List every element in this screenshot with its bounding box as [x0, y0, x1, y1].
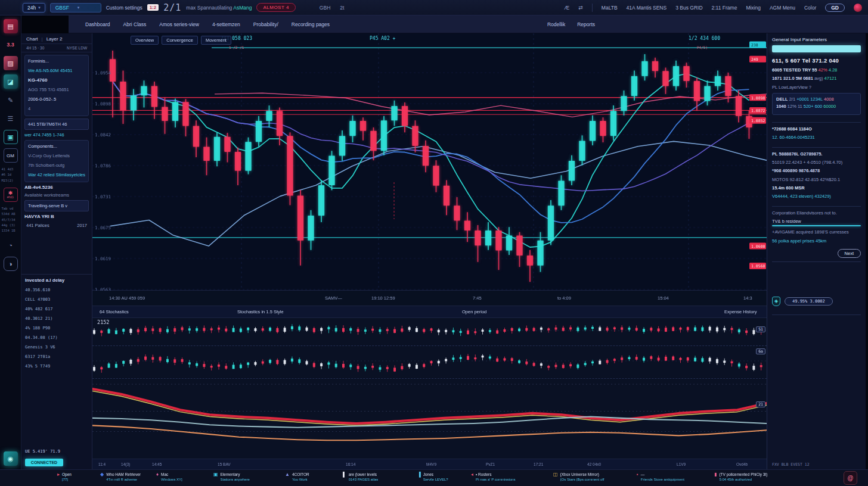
taskbar-item[interactable]: ♦MacWindows XY]	[156, 472, 182, 481]
tab-label[interactable]: TV& b residew	[772, 219, 861, 225]
next-button[interactable]: Next	[838, 249, 861, 258]
toolbar-menu-item-3[interactable]: 2:11 Frame	[712, 5, 737, 11]
left-panel-columns: 4H 15 · 30NYSE LDW	[21, 44, 92, 52]
info-span: 51019 22.4243 + 4-0510 (798.4.70)	[772, 160, 842, 165]
toolbar-menu-item-5[interactable]: AGM Menu	[770, 5, 795, 11]
toolbar-menu-item-4[interactable]: Mixing	[746, 5, 761, 11]
connected-button[interactable]: CONNECTED	[25, 459, 63, 466]
timeframe-selector[interactable]: 24h ▾	[23, 3, 45, 13]
menubar-item-5[interactable]: Recording pages	[292, 21, 330, 27]
right-lower-panel: ◈ 49.95% 3.0002 FXV BLB EVEST 12	[772, 261, 861, 467]
highlighted-input[interactable]	[772, 45, 861, 52]
list-item[interactable]: 4	[28, 106, 85, 111]
order-row[interactable]: DELL 2/1 +0001 1234L 4008	[776, 96, 857, 102]
svg-text:P45 A02 +: P45 A02 +	[370, 36, 396, 41]
taskbar-item-text: Open[77]	[62, 472, 72, 481]
ratio-icon[interactable]: 3.3	[4, 38, 18, 52]
custom-settings-link[interactable]: Custom settings	[106, 5, 142, 11]
symbol-selector[interactable]: GBSF ▾	[50, 3, 101, 13]
tab-chart[interactable]: Chart	[26, 36, 38, 42]
symbol-row-box[interactable]: 441 5TB/7M6TH 46	[24, 119, 89, 130]
taskbar-item[interactable]: ◫(Xbox Universe Mirror)(Os Stars (Bps co…	[553, 472, 604, 481]
menubar-right-item-1[interactable]: Reports	[577, 21, 595, 27]
menubar-item-0[interactable]: Dashboard	[85, 21, 110, 27]
fx-icon[interactable]: Æ	[564, 5, 569, 11]
travel-row-box[interactable]: Travelling-serve B v	[24, 200, 89, 211]
snapshot-icon[interactable]: ▤	[4, 19, 18, 33]
power-icon[interactable]: ◉	[4, 451, 18, 466]
swap-icon[interactable]: ⇄	[578, 5, 583, 11]
oscillator-panel[interactable]: 21	[92, 379, 767, 459]
list-item[interactable]: 7th Scholbert-outg	[28, 163, 85, 168]
main-chart[interactable]: 1.09541.08981.08421.07861.07311.06751.06…	[92, 33, 767, 291]
taskbar-item[interactable]: ▮(TV policemented PhiCly 3t)5:04 45th au…	[714, 472, 767, 481]
legend-chip-2[interactable]: Movement	[201, 36, 231, 45]
cyan-row[interactable]: wer 474.7455 1-746	[24, 132, 89, 138]
list-item[interactable]: Forminis...	[28, 58, 85, 64]
taskbar-item[interactable]: ◆Who HAM Retriever4Tm mill R adverse	[100, 472, 141, 481]
order-rows-box[interactable]: DELL 2/1 +0001 1234L 40081040 12% 11 520…	[772, 93, 861, 115]
axis-label: 11:4	[98, 462, 106, 466]
app-logo[interactable]: @	[844, 471, 857, 485]
right-gutter	[866, 33, 868, 469]
taskbar-item[interactable]: ▲4COITORYou Work	[285, 472, 309, 481]
toolbar-menu-item-2[interactable]: 3 Bus GRID	[675, 5, 702, 11]
ghost-button-2[interactable]: 2t	[340, 5, 344, 11]
tab-layer-2[interactable]: Layer 2	[46, 36, 63, 42]
gallery-icon[interactable]: ▨	[4, 56, 18, 70]
info-icon[interactable]: ◑	[4, 257, 18, 271]
chart-icon[interactable]: ◪	[4, 74, 18, 89]
list-item[interactable]: War 42 relied Stimilasyetcles	[28, 172, 85, 177]
order-span: 60000	[822, 104, 836, 109]
taskbar-item[interactable]: ▪—Friends Stove antiquipment	[637, 472, 684, 481]
list-item[interactable]: Components...	[28, 144, 85, 149]
menubar-item-4[interactable]: Probability/	[253, 21, 278, 27]
gm-badge[interactable]: GM	[4, 148, 18, 163]
taskbar-item[interactable]: ▐JonesServile LEVEL?	[417, 472, 448, 481]
terminal-row: CELL 47003	[25, 297, 88, 302]
taskbar-item-title: are (lower levels	[349, 472, 379, 478]
menubar-right-item-0[interactable]: Rodellik	[547, 21, 565, 27]
draw-icon[interactable]: ✎	[4, 93, 18, 107]
menubar-item-3[interactable]: 4-settemzen	[212, 21, 240, 27]
monitor-icon[interactable]: ▣	[4, 130, 18, 144]
list-item[interactable]: 2006-0-052-.5	[28, 96, 85, 102]
order-span: 12% 11	[786, 104, 804, 109]
verify-button[interactable]: 49.95% 3.0002	[785, 297, 833, 306]
alert-icon[interactable]: ✱#NG	[4, 188, 18, 202]
list-item[interactable]: KG-4760	[28, 77, 85, 83]
chart-time-axis[interactable]: 14:30 AU 459 059SAMV—19:10 12:597:45to 4…	[92, 291, 767, 306]
list-item[interactable]: AGG 755 T/G 45651	[28, 87, 85, 92]
stochastic-strip-2[interactable]: 6a	[92, 346, 767, 379]
alerts-button[interactable]: ALMOST 4	[256, 3, 295, 12]
avatar[interactable]	[854, 4, 862, 12]
legend-chip-1[interactable]: Convergence	[162, 36, 198, 45]
ghost-button-1[interactable]: GBH	[320, 5, 330, 11]
toolbar-menu-item-1[interactable]: 41A Mantis SENS	[627, 5, 667, 11]
taskbar-item[interactable]: ▌are (lower levels0143 PAGES atlas	[343, 472, 378, 481]
order-row[interactable]: 1040 12% 11 520+ 600 60000	[776, 104, 857, 109]
column-label-0: 4H 15 · 30	[26, 46, 44, 50]
go-pill-button[interactable]: GD	[825, 4, 845, 12]
divider	[772, 122, 861, 123]
menubar-items: DashboardAbri ClassAmos series-view4-set…	[69, 15, 868, 33]
info-row: MOTOS 92-812 42-815 42%$20.1	[772, 177, 861, 182]
menubar-item-2[interactable]: Amos series-view	[159, 21, 199, 27]
note-paragraph: Corporation Eliandvisores not to.	[772, 210, 861, 216]
indicator-time-axis[interactable]: 11:414(3)14:4515 BAV16:14M4V9PvZ117:2142…	[92, 459, 767, 469]
toolbar-menu-item-6[interactable]: Color	[804, 5, 816, 11]
legend-chip-0[interactable]: Overview	[131, 36, 159, 45]
toolbar-menu-item-0[interactable]: MaLTB	[602, 5, 618, 11]
list-item[interactable]: V-Corp Guy Lettends	[28, 153, 85, 158]
history-icon[interactable]: ◔	[4, 238, 18, 253]
indicator-value: 2152	[97, 319, 109, 325]
stochastic-strip-1[interactable]: 2152 S1	[92, 318, 767, 346]
taskbar-item[interactable]: ◂• RostersPi mas a' P commissions	[471, 472, 515, 481]
terminal-footnote: UE 5.419' 71.9	[25, 449, 88, 454]
menubar-item-1[interactable]: Abri Class	[123, 21, 147, 27]
list-item[interactable]: We AS-N5.60M 45451	[28, 68, 85, 73]
taskbar-item[interactable]: ▸Open[77]	[57, 472, 72, 481]
top-toolbar: 24h ▾ GBSF ▾ Custom settings 1:2 2/1 max…	[0, 0, 868, 15]
taskbar-item[interactable]: ▣ElementaryStations anywhere	[213, 472, 250, 481]
layers-icon[interactable]: ☰	[4, 111, 18, 126]
